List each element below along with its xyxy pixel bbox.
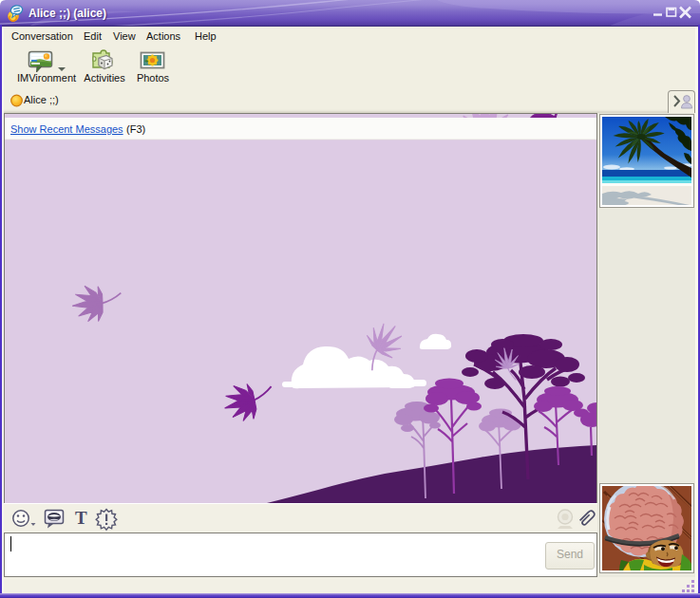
svg-text:T: T xyxy=(75,508,87,528)
